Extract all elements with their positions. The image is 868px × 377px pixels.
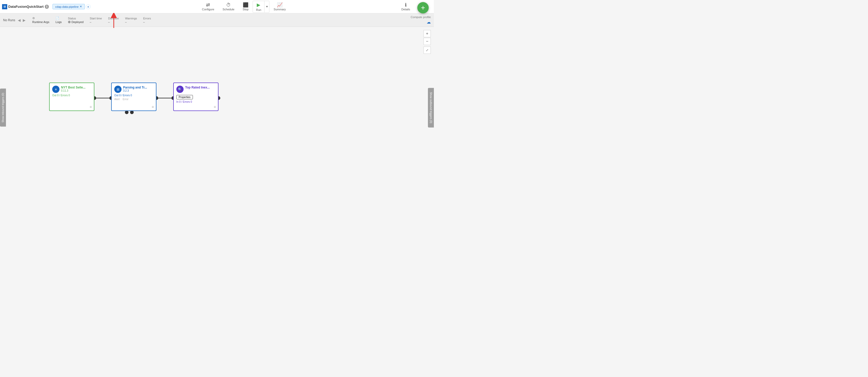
- toolbar-center: ⇄ Configure ⏱ Schedule ⬛ Stop ▶ Run ▼ 📈 …: [91, 1, 397, 13]
- run-bar: No Runs ◀ ▶ ⚙ Runtime Args 📄 Logs Status…: [0, 13, 434, 27]
- node-header: ⊞ Parsing and Tr... 3.2.3: [114, 86, 153, 93]
- stop-icon: ⬛: [243, 3, 248, 7]
- status-value: Deployed: [68, 21, 84, 24]
- summary-label: Summary: [274, 8, 286, 11]
- toolbar-left: ⊟ DataFusionQuickStart ℹ cdap-data-pipel…: [2, 4, 91, 9]
- node-stats: Out 0 / Errors 0: [52, 94, 91, 97]
- start-time-value: –: [90, 21, 91, 24]
- logo-icon: ⊟: [2, 4, 7, 9]
- properties-button[interactable]: Properties: [176, 95, 193, 99]
- duration-label: Duration: [108, 17, 119, 20]
- compute-profile-icon[interactable]: ☁: [427, 20, 431, 25]
- source-node-icon: ≡: [52, 86, 59, 93]
- node-version: 0.11.3: [61, 89, 91, 92]
- app-logo: ⊟ DataFusionQuickStart ℹ: [2, 4, 49, 9]
- source-node-nyt[interactable]: ≡ NYT Best Selle... 0.11.3 Out 0 / Error…: [49, 83, 94, 111]
- errors-label: Errors: [143, 17, 151, 20]
- stop-button[interactable]: ⬛ Stop: [239, 2, 253, 12]
- tab-close-icon[interactable]: ✕: [80, 5, 82, 8]
- status-label: Status: [68, 17, 76, 20]
- fit-screen-button[interactable]: ⤢: [424, 47, 431, 54]
- status-text: Deployed: [72, 21, 84, 24]
- summary-button[interactable]: 📈 Summary: [270, 2, 290, 12]
- nav-arrows: ◀ ▶: [17, 18, 26, 23]
- stop-label: Stop: [243, 8, 249, 11]
- duration-value: –: [108, 21, 110, 24]
- node-stats: In 0 / Errors 0: [176, 100, 215, 103]
- main-toolbar: ⊟ DataFusionQuickStart ℹ cdap-data-pipel…: [0, 0, 434, 13]
- duration-item: Duration –: [108, 17, 119, 24]
- run-dropdown-button[interactable]: ▼: [264, 1, 269, 12]
- zoom-controls: + − ⤢: [424, 30, 431, 54]
- node-header: 🔍 Top Rated Inex...: [176, 86, 215, 93]
- runtime-args-item: ⚙ Runtime Args: [32, 17, 50, 24]
- add-tab-button[interactable]: +: [86, 4, 91, 9]
- zoom-out-button[interactable]: −: [424, 38, 431, 45]
- start-time-label: Start time: [90, 17, 102, 20]
- show-inbound-triggers-button[interactable]: Show inbound triggers (0): [0, 89, 6, 127]
- svg-point-12: [130, 111, 134, 114]
- run-group: ▶ Run ▼: [253, 1, 270, 13]
- status-item: Status Deployed: [68, 17, 84, 24]
- sink-node-toprated[interactable]: 🔍 Top Rated Inex... Properties In 0 / Er…: [173, 83, 218, 111]
- node-info: Parsing and Tr... 3.2.3: [123, 86, 153, 92]
- pipeline-tab[interactable]: cdap-data-pipeline ✕: [53, 4, 85, 9]
- node-name: NYT Best Selle...: [61, 86, 91, 89]
- run-icon: ▶: [257, 2, 260, 8]
- error-label: Error: [123, 98, 128, 100]
- runtime-args-icon[interactable]: ⚙: [32, 17, 35, 20]
- details-label: Details: [401, 8, 410, 11]
- add-fab-button[interactable]: +: [417, 2, 429, 13]
- show-outbound-triggers-button[interactable]: Show outbound triggers (0): [428, 88, 434, 127]
- warnings-label: Warnings: [125, 17, 137, 20]
- node-menu-button[interactable]: ≡: [90, 105, 92, 109]
- start-time-item: Start time –: [90, 17, 102, 24]
- zoom-in-button[interactable]: +: [424, 30, 431, 37]
- errors-item: Errors –: [143, 17, 151, 24]
- schedule-icon: ⏱: [226, 3, 231, 7]
- app-title: DataFusionQuickStart: [8, 5, 44, 8]
- transform-node-parsing[interactable]: ⊞ Parsing and Tr... 3.2.3 Out 0 / Errors…: [111, 83, 156, 111]
- node-version: 3.2.3: [123, 89, 153, 92]
- logs-label[interactable]: Logs: [56, 21, 62, 24]
- configure-label: Configure: [202, 8, 214, 11]
- warnings-item: Warnings –: [125, 17, 137, 24]
- node-header: ≡ NYT Best Selle... 0.11.3: [52, 86, 91, 93]
- node-name: Top Rated Inex...: [185, 86, 215, 89]
- schedule-button[interactable]: ⏱ Schedule: [218, 2, 239, 12]
- node-info: NYT Best Selle... 0.11.3: [61, 86, 91, 92]
- node-menu-button[interactable]: ≡: [152, 105, 154, 109]
- compute-profile-label: Compute profile: [411, 16, 431, 19]
- tab-label: cdap-data-pipeline: [55, 5, 79, 8]
- no-runs-indicator: No Runs ◀ ▶: [3, 18, 26, 23]
- node-info: Top Rated Inex...: [185, 86, 215, 89]
- status-dot: [68, 21, 70, 23]
- sink-node-icon: 🔍: [176, 86, 184, 93]
- svg-point-11: [125, 111, 128, 114]
- details-button[interactable]: ℹ Details: [397, 2, 414, 12]
- transform-node-icon: ⊞: [114, 86, 122, 93]
- details-icon: ℹ: [405, 3, 407, 7]
- app-info-icon[interactable]: ℹ: [45, 5, 49, 9]
- logs-item: 📄 Logs: [56, 17, 62, 24]
- run-button[interactable]: ▶ Run: [253, 1, 264, 12]
- dropdown-icon: ▼: [266, 5, 268, 8]
- nav-next-button[interactable]: ▶: [22, 18, 26, 23]
- node-stats: Out 0 / Errors 0: [114, 94, 153, 97]
- run-label: Run: [256, 8, 261, 11]
- configure-button[interactable]: ⇄ Configure: [198, 2, 218, 12]
- errors-value: –: [143, 21, 145, 24]
- no-runs-label: No Runs: [3, 18, 15, 22]
- logs-icon[interactable]: 📄: [56, 17, 59, 20]
- compute-profile-item: Compute profile ☁: [411, 16, 431, 25]
- node-alerts: Alert Error: [114, 98, 153, 100]
- nav-prev-button[interactable]: ◀: [17, 18, 21, 23]
- summary-icon: 📈: [277, 3, 283, 7]
- node-name: Parsing and Tr...: [123, 86, 153, 89]
- schedule-label: Schedule: [223, 8, 235, 11]
- alert-label: Alert: [114, 98, 120, 100]
- tab-bar: cdap-data-pipeline ✕ +: [53, 4, 91, 9]
- runtime-args-label[interactable]: Runtime Args: [32, 21, 50, 24]
- pipeline-canvas-area: Show inbound triggers (0) Show outbound …: [0, 27, 434, 188]
- node-menu-button[interactable]: ≡: [214, 105, 216, 109]
